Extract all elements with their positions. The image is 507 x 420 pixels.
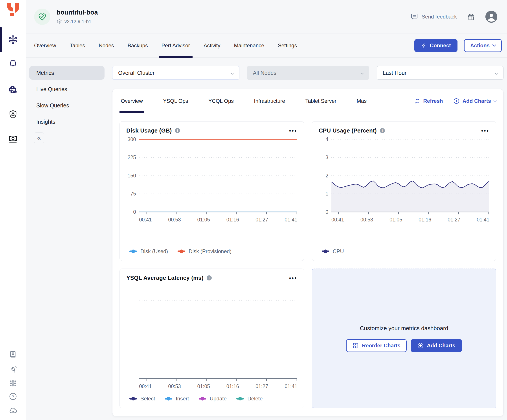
legend-insert[interactable]: Insert: [165, 396, 189, 402]
metrics-filters: Overall Cluster All Nodes Last Hour: [112, 66, 503, 80]
chevron-down-icon: [495, 71, 498, 75]
mtab-ycql-ops[interactable]: YCQL Ops: [208, 89, 234, 113]
mtab-master-server-truncated[interactable]: Mas: [357, 89, 366, 113]
refresh-button[interactable]: Refresh: [414, 98, 443, 104]
sidebar-active-indicator: [0, 27, 2, 52]
metrics-panel: Overview YSQL Ops YCQL Ops Infrastructur…: [112, 89, 503, 416]
chart-legend: CPU: [319, 242, 489, 255]
tab-perf-advisor[interactable]: Perf Advisor: [162, 34, 190, 57]
chevron-down-icon: [492, 43, 496, 47]
customize-dashboard-panel: Customize your metrics dashboard Reorder…: [312, 269, 496, 408]
chevron-down-icon: [493, 99, 497, 102]
lightning-icon: [421, 43, 427, 49]
plus-circle-icon: [453, 98, 460, 104]
chevron-down-icon: [231, 71, 234, 75]
cpu-usage-plot: [331, 138, 489, 215]
info-icon[interactable]: [380, 128, 385, 133]
cluster-tabbar: Overview Tables Nodes Backups Perf Advis…: [26, 34, 507, 58]
cluster-name: bountiful-boa: [56, 9, 98, 16]
x-axis-labels: 00:4100:53 01:0501:16 01:2701:41: [139, 217, 297, 223]
subnav-metrics[interactable]: Metrics: [29, 66, 105, 80]
main-area: bountiful-boa v2.12.9.1-b1 Send feedback: [26, 0, 507, 420]
cpu-usage-chart-card: CPU Usage (Percent) ••• 43 21 0: [312, 121, 496, 261]
subnav-slow-queries[interactable]: Slow Queries: [29, 99, 105, 112]
mtab-overview[interactable]: Overview: [121, 89, 143, 113]
tab-overview[interactable]: Overview: [34, 34, 56, 57]
svg-text:?: ?: [12, 394, 14, 399]
metrics-tabbar: Overview YSQL Ops YCQL Ops Infrastructur…: [120, 89, 496, 113]
chart-title: Disk Usage (GB): [126, 127, 172, 134]
health-badge: [34, 9, 50, 25]
help-icon[interactable]: ?: [8, 392, 18, 401]
tab-maintenance[interactable]: Maintenance: [234, 34, 264, 57]
slack-icon[interactable]: [8, 378, 18, 388]
x-axis-labels: 00:4100:53 01:0501:16 01:2701:41: [139, 384, 297, 389]
chart-legend: Disk (Used) Disk (Provisioned): [126, 242, 297, 255]
tab-settings[interactable]: Settings: [278, 34, 297, 57]
clusters-icon[interactable]: [8, 35, 18, 45]
mtab-ysql-ops[interactable]: YSQL Ops: [163, 89, 188, 113]
chart-menu-icon[interactable]: •••: [289, 130, 297, 132]
refresh-icon: [414, 98, 420, 104]
send-feedback-button[interactable]: Send feedback: [410, 13, 457, 21]
y-axis-labels: 43 21 0: [319, 138, 331, 215]
legend-delete[interactable]: Delete: [236, 396, 262, 402]
connect-button[interactable]: Connect: [414, 39, 458, 52]
plus-circle-icon: [417, 342, 424, 349]
chart-title: CPU Usage (Percent): [319, 127, 377, 134]
x-axis-labels: 00:4100:53 01:0501:16 01:2701:41: [331, 217, 489, 223]
ysql-latency-plot: [139, 285, 297, 382]
actions-button[interactable]: Actions: [464, 39, 502, 52]
collapse-sidebar-button[interactable]: «: [34, 133, 44, 143]
tab-nodes[interactable]: Nodes: [99, 34, 114, 57]
heart-check-icon: [37, 12, 47, 21]
cluster-header: bountiful-boa v2.12.9.1-b1 Send feedback: [26, 0, 507, 34]
chart-title: YSQL Average Latency (ms): [126, 275, 204, 281]
mtab-tablet-server[interactable]: Tablet Server: [305, 89, 336, 113]
alerts-bell-icon[interactable]: [8, 58, 18, 68]
integrations-plug-icon[interactable]: [8, 364, 18, 374]
legend-update[interactable]: Update: [199, 396, 227, 402]
chevron-down-icon: [360, 71, 364, 75]
info-icon[interactable]: [207, 275, 212, 280]
time-range-select[interactable]: Last Hour: [377, 66, 503, 80]
legend-select[interactable]: Select: [129, 396, 155, 402]
legend-disk-provisioned[interactable]: Disk (Provisioned): [178, 248, 232, 255]
mtab-infrastructure[interactable]: Infrastructure: [254, 89, 285, 113]
user-avatar[interactable]: [486, 11, 497, 23]
collapse-icon: «: [37, 134, 41, 142]
tab-tables[interactable]: Tables: [70, 34, 85, 57]
docs-book-icon[interactable]: [8, 349, 18, 360]
reorder-grid-icon: [352, 342, 359, 349]
sidebar-divider: [7, 342, 19, 342]
legend-disk-used[interactable]: Disk (Used): [129, 248, 168, 255]
chart-legend: Select Insert Update: [126, 390, 297, 403]
chart-menu-icon[interactable]: •••: [289, 277, 297, 279]
chart-menu-icon[interactable]: •••: [481, 130, 489, 132]
cloud-status-icon[interactable]: [8, 406, 18, 416]
rewards-gift-icon[interactable]: [466, 12, 476, 21]
billing-icon[interactable]: [8, 134, 18, 144]
add-charts-panel-button[interactable]: Add Charts: [411, 339, 462, 352]
subnav-live-queries[interactable]: Live Queries: [29, 82, 105, 96]
security-shield-icon[interactable]: [8, 109, 18, 120]
subnav-insights[interactable]: Insights: [29, 115, 105, 128]
perf-subnav: Metrics Live Queries Slow Queries Insigh…: [29, 66, 105, 416]
legend-cpu[interactable]: CPU: [322, 248, 344, 255]
send-feedback-label: Send feedback: [422, 14, 457, 20]
yugabyte-logo[interactable]: [6, 2, 20, 17]
disk-usage-chart-card: Disk Usage (GB) ••• 300225 15075 0: [120, 121, 304, 261]
layers-icon: [56, 19, 62, 24]
network-settings-icon[interactable]: [8, 85, 18, 95]
reorder-charts-button[interactable]: Reorder Charts: [346, 339, 407, 352]
feedback-bubble-icon: [410, 13, 419, 21]
info-icon[interactable]: [175, 128, 180, 133]
cluster-version: v2.12.9.1-b1: [64, 19, 91, 24]
nodes-select: All Nodes: [247, 66, 369, 80]
add-charts-button[interactable]: Add Charts: [453, 98, 496, 104]
y-axis-labels: 300225 15075 0: [126, 138, 139, 215]
customize-title: Customize your metrics dashboard: [360, 325, 448, 332]
tab-activity[interactable]: Activity: [204, 34, 220, 57]
cluster-scope-select[interactable]: Overall Cluster: [112, 66, 239, 80]
tab-backups[interactable]: Backups: [128, 34, 148, 57]
